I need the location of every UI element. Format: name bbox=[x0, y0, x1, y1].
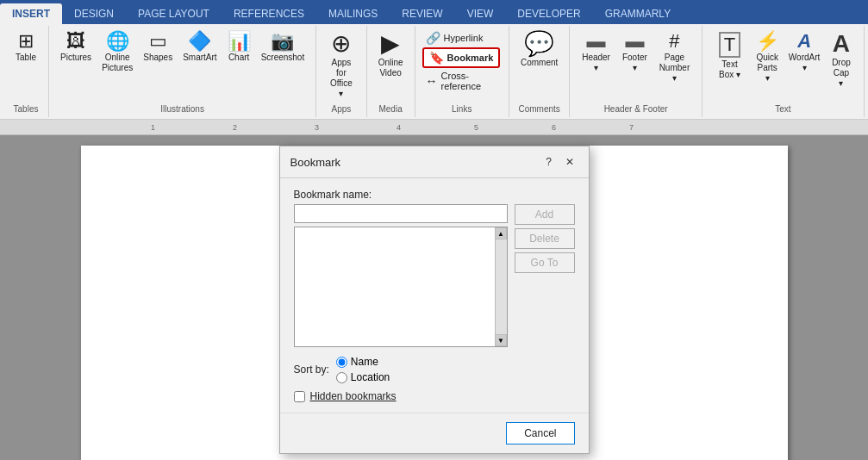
tab-developer[interactable]: DEVELOPER bbox=[505, 3, 592, 24]
cancel-button[interactable]: Cancel bbox=[506, 422, 574, 444]
tab-page-layout[interactable]: PAGE LAYOUT bbox=[126, 3, 222, 24]
group-label-text: Text bbox=[703, 104, 864, 114]
smartart-button[interactable]: 🔷 SmartArt bbox=[178, 29, 221, 65]
group-apps: ⊕ Apps forOffice ▾ Apps bbox=[316, 26, 366, 117]
screenshot-label: Screenshot bbox=[261, 53, 305, 63]
page-number-button[interactable]: # PageNumber ▾ bbox=[654, 29, 695, 86]
delete-button[interactable]: Delete bbox=[515, 228, 575, 249]
shapes-label: Shapes bbox=[143, 53, 172, 63]
dialog-title-actions: ? ✕ bbox=[540, 153, 578, 171]
hidden-bookmarks-checkbox[interactable] bbox=[294, 391, 305, 402]
sort-by-location[interactable]: Location bbox=[336, 371, 390, 383]
sortby-row: Sort by: Name Location bbox=[294, 356, 575, 383]
sort-by-name[interactable]: Name bbox=[336, 356, 390, 368]
group-comments: 💬 Comment Comments bbox=[509, 26, 570, 117]
comment-icon: 💬 bbox=[524, 32, 554, 56]
chart-icon: 📊 bbox=[228, 32, 251, 51]
header-label: Header ▾ bbox=[581, 53, 610, 73]
drop-cap-icon: A bbox=[833, 32, 850, 56]
header-button[interactable]: ▬ Header ▾ bbox=[577, 29, 615, 76]
bookmark-name-input[interactable] bbox=[294, 204, 508, 223]
comment-button[interactable]: 💬 Comment bbox=[516, 29, 562, 71]
text-box-button[interactable]: T Text Box ▾ bbox=[709, 29, 750, 83]
hidden-bookmarks-label[interactable]: Hidden bookmarks bbox=[310, 390, 397, 402]
hyperlink-button[interactable]: 🔗 Hyperlink bbox=[422, 29, 487, 47]
footer-icon: ▬ bbox=[625, 32, 644, 51]
drop-cap-label: DropCap ▾ bbox=[830, 58, 852, 89]
shapes-icon: ▭ bbox=[149, 32, 167, 51]
cross-reference-label: Cross-reference bbox=[441, 71, 498, 91]
online-video-button[interactable]: ▶ OnlineVideo bbox=[374, 29, 408, 81]
dialog-help-button[interactable]: ? bbox=[540, 153, 558, 171]
ribbon-tabs: INSERT DESIGN PAGE LAYOUT REFERENCES MAI… bbox=[0, 0, 868, 24]
hidden-bookmarks-row: Hidden bookmarks bbox=[294, 390, 575, 402]
online-video-icon: ▶ bbox=[381, 32, 400, 56]
dialog-title-bar: Bookmark ? ✕ bbox=[280, 146, 589, 178]
screenshot-icon: 📷 bbox=[271, 32, 294, 51]
tab-view[interactable]: VIEW bbox=[455, 3, 506, 24]
dialog-content-row: ▲ ▼ Add Delete Go To bbox=[294, 204, 575, 347]
tab-design[interactable]: DESIGN bbox=[62, 3, 126, 24]
quick-parts-button[interactable]: ⚡ QuickParts ▾ bbox=[752, 29, 783, 86]
bookmark-button[interactable]: 🔖 Bookmark bbox=[422, 47, 501, 68]
text-box-icon: T bbox=[719, 32, 740, 58]
pictures-label: Pictures bbox=[60, 53, 91, 63]
group-links: 🔗 Hyperlink 🔖 Bookmark ↔ Cross-reference… bbox=[415, 26, 509, 117]
sort-options: Name Location bbox=[336, 356, 390, 383]
dialog-title: Bookmark bbox=[290, 156, 341, 169]
tab-references[interactable]: REFERENCES bbox=[222, 3, 316, 24]
sortby-label: Sort by: bbox=[294, 364, 329, 376]
chart-label: Chart bbox=[228, 53, 249, 63]
dialog-overlay: Bookmark ? ✕ Bookmark name: ▲ bbox=[0, 120, 868, 460]
table-button[interactable]: ⊞ Table bbox=[10, 29, 41, 65]
pictures-button[interactable]: 🖼 Pictures bbox=[56, 29, 96, 65]
scroll-up-arrow[interactable]: ▲ bbox=[495, 227, 507, 239]
hyperlink-icon: 🔗 bbox=[426, 31, 440, 45]
pictures-icon: 🖼 bbox=[66, 32, 85, 51]
group-header-footer: ▬ Header ▾ ▬ Footer ▾ # PageNumber ▾ Hea… bbox=[570, 26, 703, 117]
sort-name-radio[interactable] bbox=[336, 357, 347, 368]
tab-mailings[interactable]: MAILINGS bbox=[316, 3, 390, 24]
scroll-down-arrow[interactable]: ▼ bbox=[495, 334, 507, 346]
tab-review[interactable]: REVIEW bbox=[390, 3, 454, 24]
add-button[interactable]: Add bbox=[515, 204, 575, 225]
group-label-tables: Tables bbox=[3, 104, 48, 114]
smartart-icon: 🔷 bbox=[188, 32, 211, 51]
group-label-media: Media bbox=[367, 104, 415, 114]
wordart-button[interactable]: A WordArt ▾ bbox=[784, 29, 824, 76]
quick-parts-icon: ⚡ bbox=[756, 32, 779, 51]
quick-parts-label: QuickParts ▾ bbox=[756, 53, 778, 84]
dialog-main: ▲ ▼ bbox=[294, 204, 508, 347]
ribbon: ⊞ Table Tables 🖼 Pictures 🌐 OnlinePictur… bbox=[0, 24, 868, 120]
bookmark-list[interactable]: ▲ ▼ bbox=[294, 227, 508, 347]
cross-reference-button[interactable]: ↔ Cross-reference bbox=[422, 69, 502, 93]
apps-for-office-icon: ⊕ bbox=[331, 32, 351, 56]
apps-for-office-button[interactable]: ⊕ Apps forOffice ▾ bbox=[323, 29, 359, 102]
sort-location-radio[interactable] bbox=[336, 372, 347, 383]
bookmark-icon: 🔖 bbox=[429, 51, 444, 65]
page-number-icon: # bbox=[669, 32, 679, 51]
group-label-apps: Apps bbox=[316, 104, 365, 114]
comment-label: Comment bbox=[521, 58, 558, 68]
dialog-close-button[interactable]: ✕ bbox=[561, 153, 578, 171]
apps-for-office-label: Apps forOffice ▾ bbox=[328, 58, 354, 99]
header-icon: ▬ bbox=[587, 32, 606, 51]
document-area: 1 2 3 4 5 6 7 Bookmark ? ✕ Bookmark name… bbox=[0, 120, 868, 460]
table-icon: ⊞ bbox=[18, 32, 34, 51]
online-pictures-label: OnlinePictures bbox=[102, 53, 133, 73]
online-pictures-button[interactable]: 🌐 OnlinePictures bbox=[97, 29, 137, 76]
tab-grammarly[interactable]: GRAMMARLY bbox=[593, 3, 683, 24]
tab-insert[interactable]: INSERT bbox=[0, 3, 62, 24]
online-pictures-icon: 🌐 bbox=[106, 32, 129, 51]
sort-location-label: Location bbox=[351, 371, 390, 383]
screenshot-button[interactable]: 📷 Screenshot bbox=[257, 29, 309, 65]
chart-button[interactable]: 📊 Chart bbox=[223, 29, 255, 65]
footer-button[interactable]: ▬ Footer ▾ bbox=[617, 29, 653, 76]
group-label-links: Links bbox=[415, 104, 509, 114]
group-media: ▶ OnlineVideo Media bbox=[367, 26, 415, 117]
go-to-button[interactable]: Go To bbox=[515, 252, 575, 273]
online-video-label: OnlineVideo bbox=[378, 58, 403, 78]
drop-cap-button[interactable]: A DropCap ▾ bbox=[826, 29, 857, 91]
shapes-button[interactable]: ▭ Shapes bbox=[139, 29, 177, 65]
text-box-label: Text Box ▾ bbox=[714, 59, 746, 80]
